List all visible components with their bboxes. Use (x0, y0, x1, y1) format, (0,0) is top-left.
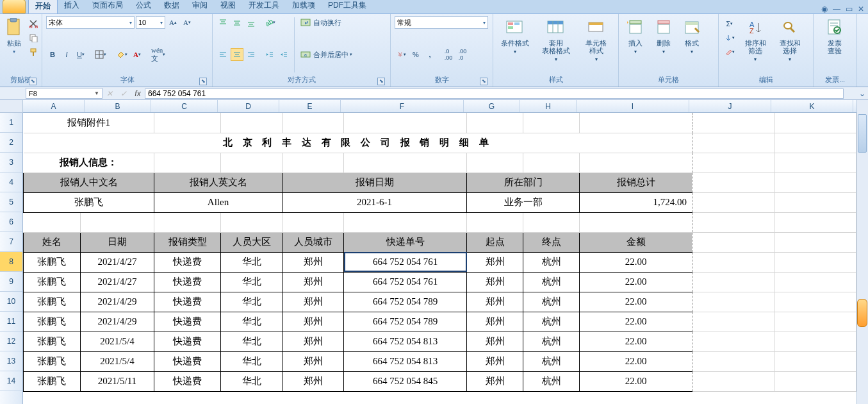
cell[interactable]: 快递费 (154, 371, 221, 391)
cell[interactable]: 2021/5/4 (80, 332, 154, 351)
scroll-thumb[interactable] (858, 114, 867, 153)
minimize-ribbon-icon[interactable]: — (833, 4, 840, 13)
cell[interactable]: 664 752 054 761 (344, 252, 467, 272)
col-header-F[interactable]: F (341, 100, 464, 112)
cell[interactable] (692, 232, 774, 252)
border-button[interactable]: ▾ (93, 48, 108, 61)
cell[interactable]: 华北 (221, 351, 283, 371)
cell[interactable] (221, 153, 283, 173)
cell[interactable]: 22.00 (580, 351, 692, 371)
orientation-button[interactable]: ab▾ (263, 16, 277, 29)
tab-7[interactable]: 开发工具 (242, 0, 286, 13)
insert-cells-button[interactable]: 插入▾ (623, 16, 648, 74)
cell[interactable] (774, 312, 856, 332)
cell[interactable] (221, 113, 283, 133)
align-right-button[interactable] (245, 48, 258, 61)
merge-center-button[interactable]: a合并后居中▾ (299, 48, 370, 61)
formula-input[interactable]: 664 752 054 761 (145, 88, 844, 99)
cell[interactable]: 2021/4/29 (80, 312, 154, 332)
cell[interactable] (467, 153, 523, 173)
cell[interactable]: 1,724.00 (580, 192, 692, 212)
close-icon[interactable]: ✕ (858, 4, 864, 13)
cell[interactable] (467, 212, 523, 232)
fill-color-button[interactable]: ▾ (114, 48, 129, 61)
cell[interactable]: 业务一部 (467, 192, 580, 212)
increase-decimal-button[interactable]: .0.00 (442, 48, 455, 61)
office-button[interactable] (3, 0, 26, 13)
cell[interactable]: 报销类型 (154, 232, 221, 252)
cell[interactable] (523, 113, 580, 133)
window-icon[interactable]: ▭ (846, 4, 853, 13)
font-color-button[interactable]: A▾ (131, 48, 143, 61)
cell[interactable]: 22.00 (580, 292, 692, 312)
name-box[interactable]: F8▼ (26, 88, 102, 99)
cell[interactable] (692, 113, 774, 133)
cell[interactable]: 姓名 (24, 232, 81, 252)
cell[interactable] (692, 153, 774, 173)
cell[interactable]: 报销人信息： (24, 153, 154, 173)
cell[interactable] (774, 113, 856, 133)
cell[interactable]: 664 752 054 845 (344, 371, 467, 391)
cell[interactable] (283, 113, 344, 133)
cell[interactable]: 张鹏飞 (24, 351, 81, 371)
decrease-decimal-button[interactable]: .00.0 (456, 48, 469, 61)
cell[interactable]: 金额 (580, 232, 692, 252)
cell[interactable] (774, 252, 856, 272)
row-header-5[interactable]: 5 (0, 192, 22, 212)
col-header-B[interactable]: B (85, 100, 151, 112)
cell[interactable]: 杭州 (523, 371, 580, 391)
cell[interactable]: 张鹏飞 (24, 252, 81, 272)
cell[interactable]: 郑州 (283, 351, 344, 371)
cell[interactable]: 杭州 (523, 272, 580, 292)
shrink-font-button[interactable]: A▾ (181, 16, 193, 29)
cell[interactable]: 664 752 054 789 (344, 292, 467, 312)
font-name-combo[interactable]: 宋体▾ (46, 16, 135, 29)
cell[interactable]: 郑州 (283, 332, 344, 351)
cell[interactable]: 人员城市 (283, 232, 344, 252)
cell[interactable] (344, 212, 467, 232)
phonetic-button[interactable]: wén文▾ (149, 48, 167, 61)
align-middle-button[interactable] (231, 16, 243, 29)
tab-2[interactable]: 页面布局 (86, 0, 129, 13)
cell[interactable] (692, 292, 774, 312)
cell[interactable] (523, 212, 580, 232)
decrease-indent-button[interactable] (263, 48, 276, 61)
cell[interactable] (774, 133, 856, 153)
cell[interactable] (692, 312, 774, 332)
cell[interactable]: 报销附件1 (24, 113, 154, 133)
cell[interactable]: 郑州 (467, 312, 523, 332)
clear-button[interactable]: ▾ (723, 46, 737, 58)
cell[interactable] (24, 212, 81, 232)
cell[interactable]: 张鹏飞 (24, 272, 81, 292)
help-icon[interactable]: ◉ (821, 4, 828, 13)
cell[interactable]: 郑州 (283, 371, 344, 391)
cell[interactable]: 郑州 (283, 292, 344, 312)
cell[interactable]: 快递费 (154, 332, 221, 351)
cell[interactable]: 报销人英文名 (154, 173, 283, 192)
cell[interactable] (774, 351, 856, 371)
cell[interactable]: 664 752 054 813 (344, 351, 467, 371)
cell[interactable]: 22.00 (580, 312, 692, 332)
cell[interactable]: 张鹏飞 (24, 292, 81, 312)
cell[interactable]: 快递费 (154, 252, 221, 272)
clipboard-dialog-launcher[interactable]: ⬊ (29, 78, 37, 85)
tab-3[interactable]: 公式 (129, 0, 158, 13)
row-header-2[interactable]: 2 (0, 133, 22, 153)
cell[interactable] (80, 212, 154, 232)
cell[interactable] (283, 212, 344, 232)
cell[interactable]: 2021/5/4 (80, 351, 154, 371)
find-select-button[interactable]: 查找和 选择▾ (774, 16, 806, 74)
cell[interactable]: 杭州 (523, 312, 580, 332)
cell[interactable] (523, 153, 580, 173)
cell[interactable] (580, 113, 692, 133)
tab-9[interactable]: PDF工具集 (322, 0, 373, 13)
cell[interactable]: 华北 (221, 312, 283, 332)
cell[interactable]: 664 752 054 761 (344, 272, 467, 292)
row-header-12[interactable]: 12 (0, 332, 22, 351)
cell[interactable]: 杭州 (523, 351, 580, 371)
cell[interactable] (221, 212, 283, 232)
cell[interactable] (774, 192, 856, 212)
font-size-combo[interactable]: 10▾ (136, 16, 165, 29)
cell[interactable] (774, 153, 856, 173)
cell[interactable]: 22.00 (580, 371, 692, 391)
